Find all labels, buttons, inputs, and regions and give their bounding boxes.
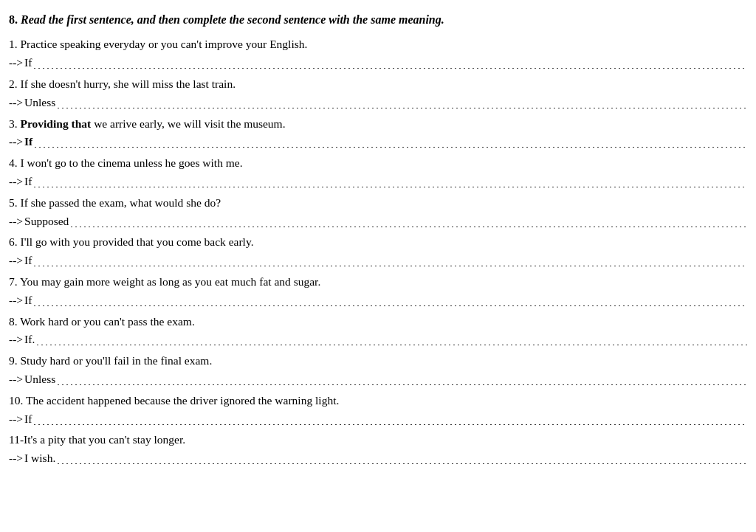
question-block-10: 10. The accident happened because the dr… <box>9 392 747 429</box>
answer-line-1: --> If <box>9 54 747 72</box>
arrow-7: --> <box>9 291 23 310</box>
arrow-11: --> <box>9 449 23 468</box>
exercise-container: 8. Read the first sentence, and then com… <box>9 12 747 468</box>
dots-2 <box>58 97 747 108</box>
answer-line-11: --> I wish. <box>9 449 747 468</box>
starter-11: I wish. <box>24 449 55 468</box>
arrow-1: --> <box>9 54 23 72</box>
dots-1 <box>34 58 747 69</box>
question-line-5: 5. If she passed the exam, what would sh… <box>9 194 747 213</box>
question-block-2: 2. If she doesn't hurry, she will miss t… <box>9 75 747 112</box>
arrow-4: --> <box>9 173 23 191</box>
starter-7: If <box>24 291 32 310</box>
dots-4 <box>34 176 747 187</box>
question-line-10: 10. The accident happened because the dr… <box>9 392 747 410</box>
question-block-7: 7. You may gain more weight as long as y… <box>9 273 747 310</box>
starter-10: If <box>24 410 32 429</box>
dots-11 <box>58 453 747 465</box>
starter-6: If <box>24 252 32 270</box>
dots-9 <box>58 373 747 385</box>
question-line-6: 6. I'll go with you provided that you co… <box>9 233 747 252</box>
question-line-7: 7. You may gain more weight as long as y… <box>9 273 747 291</box>
starter-1: If <box>24 54 32 72</box>
answer-line-5: --> Supposed <box>9 213 747 231</box>
arrow-9: --> <box>9 370 23 389</box>
question-block-4: 4. I won't go to the cinema unless he go… <box>9 154 747 191</box>
answer-line-2: --> Unless <box>9 94 747 112</box>
question-line-4: 4. I won't go to the cinema unless he go… <box>9 154 747 173</box>
question-line-8: 8. Work hard or you can't pass the exam. <box>9 313 747 331</box>
question-line-3: 3. Providing that we arrive early, we wi… <box>9 115 747 134</box>
question-line-9: 9. Study hard or you'll fail in the fina… <box>9 352 747 370</box>
question-line-2: 2. If she doesn't hurry, she will miss t… <box>9 75 747 94</box>
answer-line-4: --> If <box>9 173 747 191</box>
exercise-number: 8. <box>9 13 18 26</box>
arrow-6: --> <box>9 252 23 270</box>
arrow-5: --> <box>9 213 23 231</box>
arrow-2: --> <box>9 94 23 112</box>
question-block-8: 8. Work hard or you can't pass the exam.… <box>9 313 747 350</box>
answer-line-7: --> If <box>9 291 747 310</box>
dots-5 <box>71 215 747 227</box>
dots-6 <box>34 255 747 267</box>
arrow-10: --> <box>9 410 23 429</box>
starter-5: Supposed <box>24 213 69 231</box>
dots-3 <box>35 137 747 148</box>
answer-line-9: --> Unless <box>9 370 747 389</box>
dots-8 <box>37 334 747 346</box>
answer-line-10: --> If <box>9 410 747 429</box>
dots-7 <box>34 294 747 306</box>
starter-4: If <box>24 173 32 191</box>
starter-3: If <box>24 133 32 151</box>
question-block-9: 9. Study hard or you'll fail in the fina… <box>9 352 747 389</box>
starter-2: Unless <box>24 94 55 112</box>
question-block-6: 6. I'll go with you provided that you co… <box>9 233 747 270</box>
dots-10 <box>34 413 747 425</box>
title-text: Read the first sentence, and then comple… <box>18 13 444 26</box>
exercise-title: 8. Read the first sentence, and then com… <box>9 12 747 28</box>
answer-line-3: --> If <box>9 133 747 151</box>
questions-container: 1. Practice speaking everyday or you can… <box>9 35 747 468</box>
starter-9: Unless <box>24 370 55 389</box>
starter-8: If. <box>24 331 35 349</box>
answer-line-8: --> If. <box>9 331 747 349</box>
arrow-8: --> <box>9 331 23 349</box>
question-block-5: 5. If she passed the exam, what would sh… <box>9 194 747 231</box>
answer-line-6: --> If <box>9 252 747 270</box>
question-block-3: 3. Providing that we arrive early, we wi… <box>9 115 747 152</box>
question-block-11: 11-It's a pity that you can't stay longe… <box>9 431 747 468</box>
question-line-11: 11-It's a pity that you can't stay longe… <box>9 431 747 449</box>
question-line-1: 1. Practice speaking everyday or you can… <box>9 35 747 54</box>
arrow-3: --> <box>9 133 23 151</box>
question-block-1: 1. Practice speaking everyday or you can… <box>9 35 747 72</box>
